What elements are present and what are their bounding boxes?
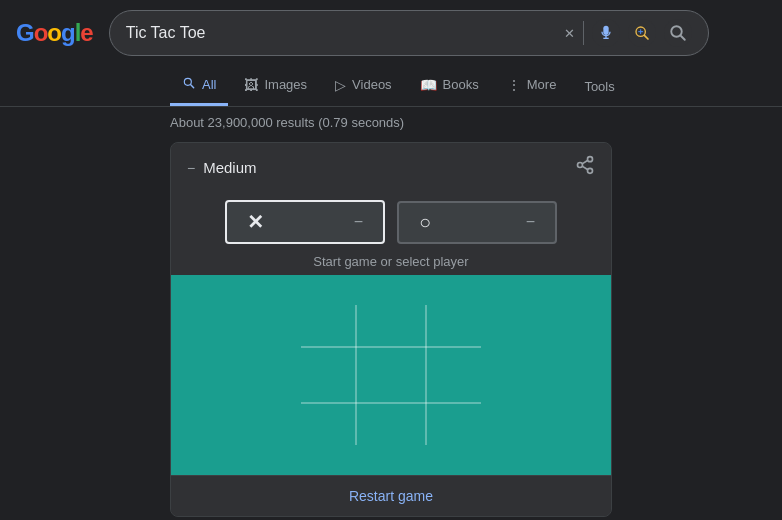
tab-books[interactable]: 📖 Books bbox=[408, 67, 491, 106]
search-input[interactable] bbox=[126, 24, 556, 42]
player-o-score: − bbox=[526, 213, 535, 231]
cell-2-0[interactable] bbox=[286, 402, 346, 455]
results-count: About 23,900,000 results (0.79 seconds) bbox=[170, 115, 404, 130]
restart-button[interactable]: Restart game bbox=[171, 475, 611, 516]
svg-line-8 bbox=[582, 160, 588, 164]
player-o-symbol: ○ bbox=[419, 211, 431, 234]
cell-1-1[interactable] bbox=[356, 346, 416, 399]
svg-point-3 bbox=[671, 26, 682, 37]
cell-0-2[interactable] bbox=[426, 290, 486, 343]
clear-icon: ✕ bbox=[564, 26, 575, 41]
logo-g2: g bbox=[61, 19, 75, 47]
mic-icon bbox=[592, 19, 620, 47]
player-o-button[interactable]: ○ − bbox=[397, 201, 557, 244]
svg-line-9 bbox=[582, 166, 588, 170]
clear-button[interactable]: ✕ bbox=[564, 26, 575, 41]
tab-all-label: All bbox=[202, 77, 216, 92]
search-submit-icon bbox=[664, 19, 692, 47]
logo-o2: o bbox=[47, 19, 61, 47]
tools-button[interactable]: Tools bbox=[572, 69, 626, 104]
share-button[interactable] bbox=[575, 155, 595, 180]
videos-icon: ▷ bbox=[335, 77, 346, 93]
tab-videos-label: Videos bbox=[352, 77, 392, 92]
tab-more-label: More bbox=[527, 77, 557, 92]
lens-icon bbox=[628, 19, 656, 47]
tab-more[interactable]: ⋮ More bbox=[495, 67, 569, 106]
google-logo: Google bbox=[16, 19, 93, 47]
share-icon bbox=[575, 155, 595, 175]
tools-label: Tools bbox=[584, 79, 614, 94]
cell-0-1[interactable] bbox=[356, 290, 416, 343]
tab-all[interactable]: All bbox=[170, 66, 228, 106]
all-icon bbox=[182, 76, 196, 93]
search-bar: ✕ bbox=[109, 10, 709, 56]
cell-2-2[interactable] bbox=[426, 402, 486, 455]
difficulty-label[interactable]: Medium bbox=[203, 159, 256, 176]
logo-e: e bbox=[80, 19, 92, 47]
images-icon: 🖼 bbox=[244, 77, 258, 93]
chevron-icon[interactable]: − bbox=[187, 160, 195, 176]
player-x-symbol: ✕ bbox=[247, 210, 264, 234]
cell-2-1[interactable] bbox=[356, 402, 416, 455]
cell-1-2[interactable] bbox=[426, 346, 486, 399]
lens-button[interactable] bbox=[628, 19, 656, 47]
game-header: − Medium bbox=[171, 143, 611, 192]
tab-videos[interactable]: ▷ Videos bbox=[323, 67, 404, 106]
cell-1-0[interactable] bbox=[286, 346, 346, 399]
difficulty-section: − Medium bbox=[187, 159, 257, 176]
tab-books-label: Books bbox=[443, 77, 479, 92]
header: Google ✕ bbox=[0, 0, 782, 66]
more-icon: ⋮ bbox=[507, 77, 521, 93]
logo-g: G bbox=[16, 19, 34, 47]
board-container bbox=[286, 290, 496, 460]
tab-images-label: Images bbox=[264, 77, 307, 92]
cell-0-0[interactable] bbox=[286, 290, 346, 343]
divider bbox=[583, 21, 584, 45]
search-submit-button[interactable] bbox=[664, 19, 692, 47]
player-x-button[interactable]: ✕ − bbox=[225, 200, 385, 244]
results-info: About 23,900,000 results (0.79 seconds) bbox=[0, 107, 782, 138]
start-game-text: Start game or select player bbox=[171, 248, 611, 275]
player-x-score: − bbox=[354, 213, 363, 231]
restart-label: Restart game bbox=[349, 488, 433, 504]
cell-grid bbox=[286, 290, 496, 458]
books-icon: 📖 bbox=[420, 77, 437, 93]
game-board[interactable] bbox=[171, 275, 611, 475]
player-select: ✕ − ○ − bbox=[171, 192, 611, 248]
nav-tabs: All 🖼 Images ▷ Videos 📖 Books ⋮ More Too… bbox=[0, 66, 782, 107]
mic-button[interactable] bbox=[592, 19, 620, 47]
logo-o1: o bbox=[34, 19, 48, 47]
tab-images[interactable]: 🖼 Images bbox=[232, 67, 319, 106]
game-card: − Medium ✕ − ○ − Start game or select pl… bbox=[170, 142, 612, 517]
